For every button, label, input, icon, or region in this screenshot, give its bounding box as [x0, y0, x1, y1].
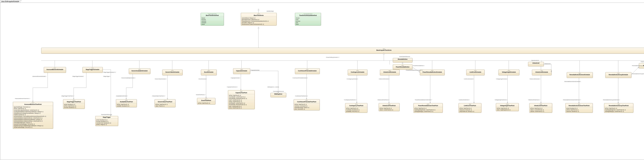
- attrs: appointedMargin: PerCent [0..1] atTime: …: [13, 106, 53, 128]
- class-infeedlimit: InfeedLimit: [528, 62, 544, 66]
- class-baseirregulartimeseries: «NC» BaseIrregularTimeSeries: [41, 48, 644, 54]
- lbl-pratp: +PowerRemedialActionTimePoint 0..*: [415, 99, 432, 100]
- lbl-ils: +InfeedLimitSchedule 1: [379, 78, 390, 80]
- class-voltageangleschedule: «NC»VoltageAngleSchedule: [498, 70, 519, 75]
- lbl-pra: +PowerRemedialAction 1: [413, 65, 424, 66]
- class-capacityschedule: «NC»CapacitySchedule: [233, 68, 250, 74]
- class-assessedelementtimepoint: «NC»AssessedElementTimePoint appointedMa…: [13, 102, 53, 129]
- class-genericvalueschedule: «NC»GenericValueSchedule: [162, 70, 182, 75]
- class-assessedelementschedule: «NC»AssessedElementSchedule: [44, 67, 66, 73]
- class-availabilitytimepoint: «NC»AvailabilityTimePoint atTime: DateTi…: [116, 99, 137, 107]
- super-oplimit: OperationalLimit: [531, 60, 539, 61]
- class-ragroupschedule: «NC»RemedialActionGroupSchedule: [605, 72, 632, 78]
- lbl-ragtp: +RemedialActionGroupTimePoint 0..*: [603, 99, 620, 100]
- enum-interpolationkind: «enumerationUNC»TimeSeriesInterpolationK…: [295, 13, 321, 26]
- class-limitcostschedule: «NC»LimitCostSchedule: [466, 70, 484, 75]
- class-infeedlimittimepoint-b: «NC»InfeedLimitTimePoint atTime: DateTim…: [529, 103, 552, 113]
- lbl-sttp: +StageTriggerTimePoint 0..*: [61, 95, 74, 97]
- class-infeedlimitschedule-b: «NC»InfeedLimitSchedule: [532, 70, 552, 75]
- class-stagetriggertimepoint: «NC»StageTriggerTimePoint armed: Boolean…: [63, 99, 84, 109]
- class-raschemetimepoint: «NC»RemedialActionSchemeTimePoint armed:…: [566, 103, 593, 113]
- class-capacitytimepoint: «NC»CapacityTimePoint atTime: DateTime […: [228, 90, 255, 109]
- class-infeedlimitschedule-a: «NC»InfeedLimitSchedule: [380, 70, 400, 75]
- lbl-atp: +AvailabilityTimePoint 0..*: [116, 95, 128, 97]
- lbl-rag: +RemedialActionGroup 1: [632, 65, 643, 66]
- class-infeedlimittimepoint-a: «NC»InfeedLimitTimePoint atTime: DateTim…: [379, 103, 400, 111]
- lbl-cs: +CapacitySchedule 1: [230, 77, 240, 79]
- super-psr: PowerSystemResource: [399, 56, 410, 57]
- lbl-es: +EventSchedule 1: [198, 78, 207, 80]
- class-eventtimepoint: «NC»EventTimePoint atTime: DateTime [0..…: [197, 98, 215, 104]
- super-identifiedobject: IdentifiedObject: [266, 11, 274, 12]
- class-contingencytimepoint: «NC»ContingencyTimePoint atTime: DateTim…: [345, 103, 367, 113]
- class-contingencyschedule: «NC»ContingencySchedule: [348, 70, 367, 75]
- lbl-il: +InfeedLimit 1: [544, 63, 550, 64]
- class-powerremedialactionschedule: «NC»PowerRemedialActionSchedule: [420, 70, 444, 75]
- lbl-etp: +EventTimePoint 0..*: [196, 94, 206, 95]
- class-ragrouptimepoint: «NC»RemedialActionGroupTimePoint atTime:…: [604, 103, 633, 113]
- class-powerremedialaction: «NC»PowerRemedialAction: [393, 64, 412, 70]
- lbl-rass: +RemedialActionSchemeSchedule 1: [564, 81, 581, 82]
- lbl-bz: +BiddingZone 1..2 (Zone): [267, 86, 279, 88]
- class-voltageangletimepoint: «NC»VoltageAngleTimePoint atTime: DateTi…: [496, 103, 519, 111]
- class-stagetriggerschedule: «NC»StageTriggerSchedule: [82, 67, 103, 73]
- class-stagetrigger: StageTrigger armed: Boolean [0..1] isArm…: [95, 116, 118, 126]
- enum-basetimeserieskind: «enumerationUNC»BaseTimeSeriesKind histo…: [201, 13, 224, 26]
- lbl-pchs: +PowerShiftKeySchedule 0..*: [326, 57, 340, 58]
- lbl-vatp: +VoltageAngleTimePoint 0..*: [494, 99, 508, 100]
- class-powerremedialactiontimepoint: «NC»PowerRemedialActionTimePoint atTime:…: [414, 103, 443, 113]
- class-basetimeseries: «NC»BaseTimeSeries actionMethod: String …: [241, 13, 276, 26]
- lbl-rags: +RemedialActionGroupSchedule 0..1: [632, 73, 644, 74]
- lbl-iltp-b: +InfeedLimitTimePoint 0..*: [528, 99, 540, 100]
- super-psr-st: PowerSystemResource: [101, 114, 112, 115]
- lbl-gvs: +GenericValueSchedule 1: [154, 78, 166, 80]
- lbl-gas: +GenericAvailabilitySchedule 1: [121, 77, 135, 79]
- lbl-sts: +StageTriggerSchedule 1: [72, 76, 84, 77]
- frame-title: class ExtIrregularSchedule: [0, 0, 20, 3]
- class-genericavailableschedule: «NC»GenericAvailableSchedule: [129, 68, 150, 74]
- class-costvolumepotentialtimepoint: «NC»CostVolumePotentialTimePoint atTime:…: [294, 99, 320, 110]
- class-remedialaction: RemedialAction: [393, 58, 412, 62]
- class-biddingzone: BiddingZone: [270, 93, 286, 97]
- lbl-cgs: +ContingencySchedule 1: [346, 78, 358, 80]
- class-costvolumepotentialschedule: «NC»CostVolumePotentialSchedule: [295, 68, 320, 74]
- lbl-cvptp: +CostVolumeTimePoint 0..1: [295, 95, 308, 97]
- lbl-lcs: +LimitCostSchedule 1: [464, 78, 474, 80]
- lbl-sts2: +StageTriggerSchedule 0..1: [103, 72, 116, 73]
- class-eventschedule: «NC»EventSchedule: [201, 70, 217, 75]
- lbl-iltp: +InfeedLimitTimePoint 0..*: [378, 99, 390, 100]
- super-psr-bz: PowerSystemResource: [273, 91, 284, 92]
- diagram-frame: [0, 3, 644, 160]
- lbl-gvtp: +GenericValueTimePoint 0..*: [152, 95, 165, 97]
- lbl-rastp: +RemedialActionSchemeTimePoint 0..*: [563, 99, 581, 100]
- class-limitcosttimepoint: «NC»LimitCostTimePoint atTime: DateTime …: [458, 103, 481, 113]
- lbl-ctp: +CapacityTimePoint 0..*: [227, 86, 238, 88]
- class-genericvaluetimepoint: «NC»GenericValueTimePoint atTime: DateTi…: [154, 99, 176, 107]
- lbl-aes: +AssessedElementSchedule 1: [32, 76, 46, 77]
- lbl-lctp: +LimitCostTimePoint 0..*: [458, 99, 470, 100]
- lbl-cgtp: +ContingencyTimePoint 0..*: [344, 99, 357, 100]
- lbl-vas: +VoltageAngleSchedule 1: [496, 78, 508, 80]
- class-raschemeschedule: «NC»RemedialActionSchemeSchedule: [567, 72, 593, 78]
- lbl-cs-rel: +CapacitySchedule: [250, 70, 260, 71]
- lbl-st: +StageTrigger 1: [103, 76, 110, 77]
- lbl-ils-b: +InfeedLimitSchedule 1: [529, 78, 540, 80]
- lbl-pras: +PowerRemedialActionSchedule 0..1: [406, 70, 423, 71]
- super-psrgroup: PowerSystemResourceGroup: [641, 61, 644, 62]
- lbl-cvps: +CostVolumePotentialSchedule 1: [292, 77, 308, 79]
- lbl-aetp: +AssessedElementTimePoint 0..*: [15, 98, 30, 99]
